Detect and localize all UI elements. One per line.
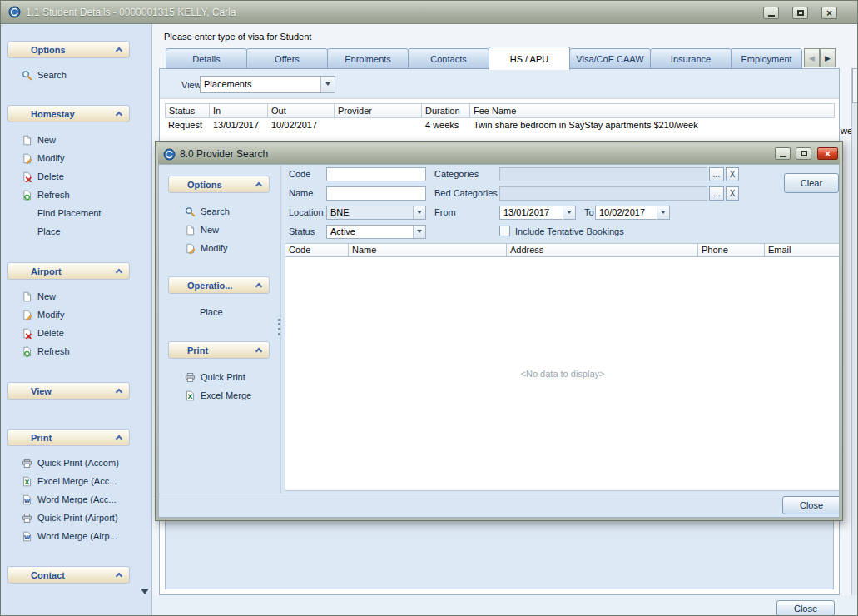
tab-scroll-left-icon[interactable]: ◀ (804, 48, 820, 67)
column-header-in[interactable]: In (210, 103, 268, 118)
column-header-fee-name[interactable]: Fee Name (470, 103, 835, 118)
section-label: Airport (31, 266, 62, 276)
column-header-name[interactable]: Name (349, 243, 507, 257)
column-header-code[interactable]: Code (285, 243, 349, 257)
sidebar-item-airport-refresh[interactable]: Refresh (7, 344, 130, 359)
sidebar-item-quick-print[interactable]: Quick Print (168, 370, 270, 385)
bed-categories-browse-button[interactable]: ... (709, 186, 724, 201)
sidebar-item-find-placement[interactable]: Find Placement (7, 206, 130, 221)
cell-in: 13/01/2017 (210, 118, 268, 132)
cell-provider (335, 118, 422, 132)
close-button[interactable]: × (817, 147, 838, 160)
scroll-down-icon[interactable] (140, 587, 150, 597)
sidebar-item-airport-delete[interactable]: Delete (7, 325, 130, 340)
code-input[interactable] (326, 167, 426, 181)
section-header-contact[interactable]: Contact (7, 566, 130, 584)
tab-visa-coe-caaw[interactable]: Visa/CoE CAAW (569, 48, 651, 69)
sidebar-item-excel-merge[interactable]: X Excel Merge (168, 388, 270, 403)
sidebar-item-word-merge-accom[interactable]: W Word Merge (Acc... (7, 492, 141, 507)
section-header-options[interactable]: Options (168, 176, 270, 193)
tab-insurance[interactable]: Insurance (650, 48, 732, 69)
vertical-scrollbar[interactable] (851, 68, 858, 616)
sidebar-splitter[interactable] (280, 165, 281, 494)
column-header-out[interactable]: Out (268, 103, 335, 118)
sidebar-item-homestay-modify[interactable]: Modify (7, 151, 130, 166)
provider-titlebar[interactable]: 8.0 Provider Search × (158, 144, 840, 164)
maximize-button[interactable] (796, 147, 811, 160)
main-titlebar[interactable]: 1.1 Student Details - 0000001315 KELLY, … (1, 1, 857, 24)
categories-clear-button[interactable]: X (726, 167, 739, 181)
main-close-button[interactable]: Close (776, 600, 835, 616)
tab-hs-apu[interactable]: HS / APU (489, 47, 570, 70)
bed-categories-field[interactable] (499, 186, 707, 201)
scrollbar-thumb[interactable] (852, 68, 858, 103)
location-label: Location (289, 207, 324, 217)
column-header-phone[interactable]: Phone (698, 243, 765, 257)
from-date-picker[interactable]: 13/01/2017 (499, 206, 576, 220)
minimize-icon (768, 14, 775, 17)
section-header-operations[interactable]: Operatio... (168, 276, 270, 294)
sidebar-item-quick-print-accom[interactable]: Quick Print (Accom) (7, 455, 141, 470)
chevron-up-icon (116, 573, 122, 579)
to-date-picker[interactable]: 10/02/2017 (595, 206, 670, 220)
tab-contacts[interactable]: Contacts (408, 48, 489, 69)
tentative-bookings-checkbox[interactable] (499, 226, 510, 236)
tab-details[interactable]: Details (166, 48, 247, 69)
column-header-provider[interactable]: Provider (335, 103, 422, 118)
column-header-address[interactable]: Address (507, 243, 698, 257)
categories-browse-button[interactable]: ... (709, 167, 724, 181)
sidebar-item-search[interactable]: Search (7, 67, 130, 82)
section-header-print[interactable]: Print (168, 341, 270, 359)
sidebar-item-label: Place (37, 226, 61, 236)
maximize-button[interactable] (792, 7, 808, 19)
sidebar-item-modify[interactable]: Modify (168, 241, 270, 256)
tab-offers[interactable]: Offers (246, 48, 328, 69)
section-header-airport[interactable]: Airport (7, 262, 130, 280)
search-icon (183, 205, 196, 218)
section-header-options[interactable]: Options (7, 41, 130, 58)
tab-scroll-right-icon[interactable]: ▶ (820, 48, 836, 67)
clear-button[interactable]: Clear (784, 173, 839, 193)
tab-enrolments[interactable]: Enrolments (327, 48, 409, 69)
provider-close-button[interactable]: Close (782, 496, 840, 514)
view-select[interactable]: Placements (200, 76, 335, 93)
sidebar-item-homestay-delete[interactable]: Delete (7, 169, 130, 184)
sidebar-item-excel-merge-accom[interactable]: X Excel Merge (Acc... (7, 474, 141, 489)
sidebar-item-quick-print-airport[interactable]: Quick Print (Airport) (7, 510, 141, 525)
column-header-status[interactable]: Status (165, 103, 210, 118)
table-row[interactable]: Request 13/01/2017 10/02/2017 4 weeks Tw… (165, 118, 835, 132)
minimize-button[interactable] (775, 147, 791, 160)
column-header-duration[interactable]: Duration (422, 103, 470, 118)
sidebar-item-search[interactable]: Search (168, 204, 270, 219)
location-select[interactable]: BNE (326, 206, 426, 220)
sidebar-item-place[interactable]: Place (7, 224, 130, 239)
modify-icon (20, 152, 33, 165)
app-icon (162, 147, 176, 161)
sidebar-item-word-merge-airport[interactable]: W Word Merge (Airp... (7, 529, 141, 544)
placements-table-header: Status In Out Provider Duration Fee Name (165, 103, 835, 118)
sidebar-item-homestay-new[interactable]: New (7, 132, 130, 147)
chevron-down-icon (320, 77, 335, 92)
bed-categories-label: Bed Categories (434, 188, 498, 198)
bed-categories-clear-button[interactable]: X (726, 186, 739, 201)
tab-employment[interactable]: Employment (731, 48, 802, 69)
status-select[interactable]: Active (326, 225, 426, 239)
section-header-homestay[interactable]: Homestay (7, 105, 130, 122)
column-header-email[interactable]: Email (765, 243, 840, 257)
close-button[interactable]: × (821, 7, 837, 19)
name-input[interactable] (326, 186, 426, 201)
section-header-view[interactable]: View (7, 382, 130, 400)
minimize-button[interactable] (763, 7, 779, 19)
sidebar-item-place[interactable]: Place (168, 305, 270, 320)
no-data-message: <No data to display> (521, 369, 605, 379)
sidebar-item-label: Search (37, 70, 67, 80)
sidebar-item-airport-new[interactable]: New (7, 289, 130, 304)
section-header-print[interactable]: Print (7, 429, 130, 446)
sidebar-item-homestay-refresh[interactable]: Refresh (7, 187, 130, 202)
sidebar-item-new[interactable]: New (168, 222, 270, 237)
splitter-handle[interactable] (278, 319, 280, 335)
view-select-value: Placements (201, 77, 320, 92)
provider-body: Options Search New Modify Operatio... Pl… (158, 164, 840, 518)
categories-field[interactable] (499, 167, 707, 181)
sidebar-item-airport-modify[interactable]: Modify (7, 307, 130, 322)
